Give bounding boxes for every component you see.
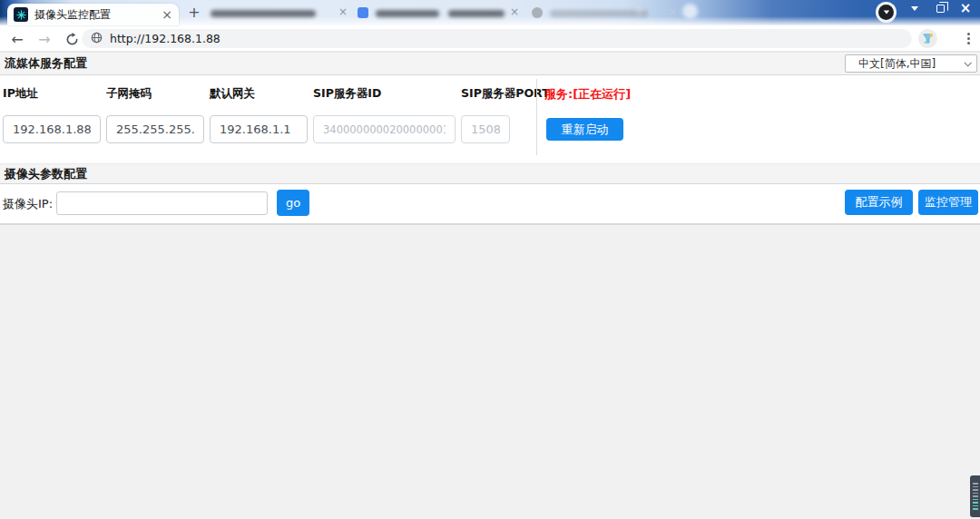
tab-camera-config[interactable]: 摄像头监控配置 × (7, 4, 179, 25)
browser-toolbar: ← → http://192.168.1.88 (0, 25, 980, 52)
tab-close-icon[interactable]: × (668, 5, 677, 18)
avatar (878, 5, 894, 20)
language-select-value: 中文[简体,中国] (858, 56, 936, 72)
forward-icon[interactable]: → (34, 29, 54, 49)
tab-close-icon[interactable]: × (338, 5, 348, 18)
globe-icon (91, 30, 103, 47)
chevron-down-icon (964, 59, 971, 66)
redacted-tab[interactable] (448, 10, 505, 17)
camera-config-title: 摄像头参数配置 (0, 164, 980, 183)
minimize-icon[interactable] (904, 0, 926, 16)
config-example-button[interactable]: 配置示例 (845, 190, 913, 215)
subnet-mask-input[interactable] (106, 115, 204, 143)
camera-ip-row: 摄像头IP: go 配置示例 监控管理 (0, 184, 980, 223)
monitor-manage-button[interactable]: 监控管理 (918, 190, 978, 215)
stream-config-form: IP地址 子网掩码 默认网关 SIP服务器ID SIP服务器PORT 服务:[正… (0, 75, 980, 163)
camera-config-section-bar: 摄像头参数配置 (0, 163, 980, 184)
sip-server-id-input (313, 115, 456, 143)
profile-avatar-button[interactable] (876, 2, 897, 23)
gateway-input[interactable] (210, 115, 308, 143)
redacted-tab[interactable] (211, 10, 316, 17)
browser-window: 摄像头监控配置 × + × × × × ← → (0, 0, 980, 519)
new-tab-button[interactable]: + (185, 4, 203, 22)
menu-dots-icon[interactable] (960, 30, 976, 46)
stream-config-title: 流媒体服务配置 (0, 53, 980, 74)
sip-server-id-label: SIP服务器ID (313, 86, 381, 102)
close-window-icon[interactable]: × (955, 0, 976, 16)
redacted-tab[interactable] (376, 10, 439, 17)
camera-ip-input[interactable] (56, 191, 268, 215)
address-bar[interactable]: http://192.168.1.88 (82, 29, 912, 48)
go-button[interactable]: go (277, 190, 309, 216)
reload-icon[interactable] (62, 29, 82, 49)
tab-strip: 摄像头监控配置 × + × × × × (0, 0, 980, 25)
tab-favicon (358, 7, 368, 18)
gateway-label: 默认网关 (210, 86, 255, 102)
sidebar-toggle-widget[interactable] (970, 475, 980, 517)
stream-config-section-bar: 流媒体服务配置 中文[简体,中国] (0, 52, 980, 75)
camera-ip-label: 摄像头IP: (3, 196, 53, 212)
ip-address-label: IP地址 (3, 86, 38, 102)
decorative-dot (682, 4, 698, 19)
tab-close-icon[interactable]: × (162, 8, 172, 21)
restart-button[interactable]: 重新启动 (546, 118, 623, 141)
redacted-tab[interactable] (550, 10, 648, 17)
back-icon[interactable]: ← (7, 29, 27, 49)
language-select[interactable]: 中文[简体,中国] (845, 54, 977, 73)
ip-address-input[interactable] (3, 115, 101, 143)
sip-server-port-input (461, 115, 510, 143)
tab-favicon (532, 7, 543, 18)
url-text: http://192.168.1.88 (110, 32, 220, 45)
extension-icon[interactable] (918, 29, 937, 48)
tab-title: 摄像头监控配置 (34, 7, 156, 23)
subnet-mask-label: 子网掩码 (106, 86, 152, 102)
tab-close-icon[interactable]: × (510, 5, 519, 18)
vertical-divider (536, 79, 537, 155)
snowflake-favicon-icon (14, 7, 28, 22)
content-empty-area (0, 223, 980, 519)
service-status-text: 服务:[正在运行] (544, 86, 631, 103)
restore-window-icon[interactable] (929, 0, 951, 16)
